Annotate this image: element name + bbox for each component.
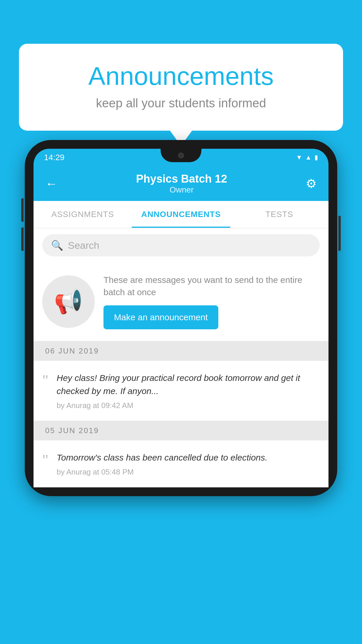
megaphone-circle: 📢 xyxy=(42,275,95,328)
screen-content: 🔍 Search 📢 These are messages you want t… xyxy=(34,228,328,487)
announcement-text-2: Tomorrow's class has been cancelled due … xyxy=(57,451,320,464)
battery-icon: ▮ xyxy=(314,154,318,161)
app-bar-subtitle: Owner xyxy=(136,185,227,195)
search-placeholder: Search xyxy=(68,240,99,251)
signal-icon: ▲ xyxy=(305,154,312,161)
app-bar: ← Physics Batch 12 Owner ⚙ xyxy=(34,164,328,201)
cta-right: These are messages you want to send to t… xyxy=(103,274,320,329)
wifi-icon: ▼ xyxy=(296,154,302,161)
announcement-content-1: Hey class! Bring your practical record b… xyxy=(57,371,320,410)
bubble-title: Announcements xyxy=(42,61,320,91)
tab-assignments[interactable]: ASSIGNMENTS xyxy=(34,201,132,228)
speech-bubble: Announcements keep all your students inf… xyxy=(19,44,343,131)
tabs-bar: ASSIGNMENTS ANNOUNCEMENTS TESTS xyxy=(34,201,328,228)
megaphone-icon: 📢 xyxy=(54,288,83,315)
status-bar: 14:29 ▼ ▲ ▮ xyxy=(34,149,328,164)
announcement-cta: 📢 These are messages you want to send to… xyxy=(34,262,328,341)
search-icon: 🔍 xyxy=(51,239,63,251)
quote-icon-2: " xyxy=(42,453,48,468)
settings-icon[interactable]: ⚙ xyxy=(306,176,317,191)
notch xyxy=(161,149,201,162)
tab-tests[interactable]: TESTS xyxy=(230,201,328,228)
tab-announcements[interactable]: ANNOUNCEMENTS xyxy=(132,201,230,228)
cta-description: These are messages you want to send to t… xyxy=(103,274,320,298)
app-bar-title: Physics Batch 12 xyxy=(136,173,227,185)
status-time: 14:29 xyxy=(44,153,64,162)
announcement-item-1: " Hey class! Bring your practical record… xyxy=(34,361,328,421)
back-button[interactable]: ← xyxy=(45,177,57,191)
make-announcement-button[interactable]: Make an announcement xyxy=(103,305,218,329)
announcement-meta-2: by Anurag at 05:48 PM xyxy=(57,468,320,477)
volume-down-button xyxy=(21,228,24,251)
status-icons: ▼ ▲ ▮ xyxy=(296,154,318,161)
volume-up-button xyxy=(21,198,24,222)
power-button xyxy=(338,216,341,251)
app-bar-center: Physics Batch 12 Owner xyxy=(136,173,227,195)
announcement-text-1: Hey class! Bring your practical record b… xyxy=(57,371,320,398)
phone: 14:29 ▼ ▲ ▮ ← Physics Batch 12 Owner ⚙ A… xyxy=(25,140,337,496)
front-camera xyxy=(178,153,184,158)
date-separator-1: 06 JUN 2019 xyxy=(34,341,328,361)
announcement-item-2: " Tomorrow's class has been cancelled du… xyxy=(34,440,328,487)
announcement-meta-1: by Anurag at 09:42 AM xyxy=(57,401,320,410)
search-container: 🔍 Search xyxy=(34,228,328,262)
date-separator-2: 05 JUN 2019 xyxy=(34,421,328,440)
bubble-subtitle: keep all your students informed xyxy=(42,96,320,110)
announcement-content-2: Tomorrow's class has been cancelled due … xyxy=(57,451,320,477)
phone-container: 14:29 ▼ ▲ ▮ ← Physics Batch 12 Owner ⚙ A… xyxy=(25,140,337,496)
search-bar[interactable]: 🔍 Search xyxy=(42,234,320,256)
quote-icon-1: " xyxy=(42,373,48,388)
speech-bubble-container: Announcements keep all your students inf… xyxy=(19,44,343,131)
